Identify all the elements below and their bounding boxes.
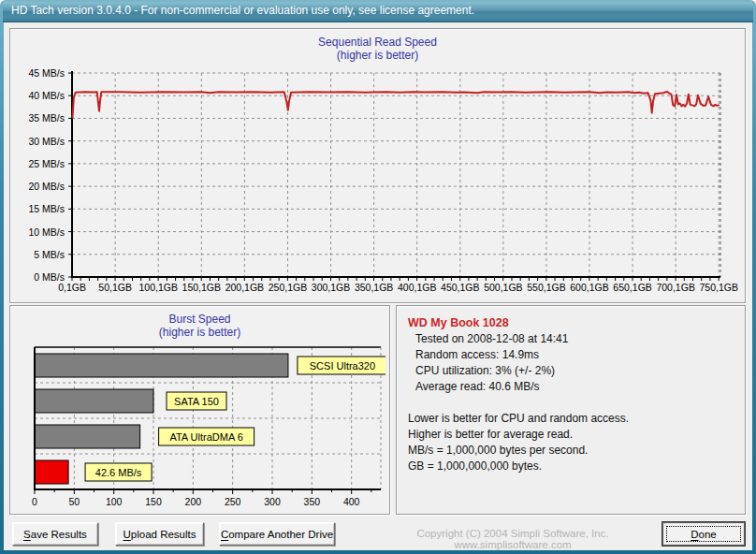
burst-bar-0 — [35, 354, 288, 377]
x-tick-label: 150 — [145, 496, 162, 507]
sequential-read-panel: Sequential Read Speed (higher is better)… — [9, 28, 746, 303]
x-tick-label: 700,1GB — [656, 282, 694, 293]
burst-bar-1 — [35, 389, 153, 413]
x-tick-label: 450,1GB — [441, 282, 479, 293]
bar-value-label: ATA UltraDMA 6 — [169, 431, 242, 443]
x-tick-label: 50 — [68, 496, 80, 507]
x-tick-label: 350 — [304, 496, 321, 507]
bar-value-label: SCSI Ultra320 — [310, 360, 375, 372]
x-tick-label: 250,1GB — [269, 282, 307, 293]
hdtach-window: HD Tach version 3.0.4.0 - For non-commer… — [0, 0, 756, 554]
note-line: GB = 1,000,000,000 bytes. — [408, 459, 734, 474]
burst-speed-chart: 050100150200250300350400SCSI Ultra320SAT… — [12, 343, 385, 511]
burst-speed-title: Burst Speed (higher is better) — [10, 306, 389, 339]
chart-subtitle-text: (higher is better) — [10, 326, 389, 339]
window-title: HD Tach version 3.0.4.0 - For non-commer… — [11, 4, 474, 17]
upload-results-button[interactable]: Upload Results — [115, 522, 204, 546]
x-tick-label: 200 — [185, 496, 202, 507]
x-tick-label: 0,1GB — [58, 282, 86, 293]
x-tick-label: 550,1GB — [527, 282, 565, 293]
sequential-read-chart: 0 MB/s5 MB/s10 MB/s15 MB/s20 MB/s25 MB/s… — [12, 66, 741, 299]
y-tick-label: 45 MB/s — [28, 67, 65, 79]
x-tick-label: 200,1GB — [225, 282, 264, 293]
bar-value-label: 42.6 MB/s — [95, 467, 142, 478]
drive-name: WD My Book 1028 — [408, 314, 734, 331]
burst-bar-2 — [35, 425, 140, 448]
title-bar: HD Tach version 3.0.4.0 - For non-commer… — [3, 0, 753, 22]
x-tick-label: 150,1GB — [182, 282, 221, 293]
x-tick-label: 300 — [264, 496, 281, 507]
tested-on-line: Tested on 2008-12-08 at 14:41 — [408, 331, 734, 347]
sequential-read-title: Sequential Read Speed (higher is better) — [10, 29, 745, 62]
y-tick-label: 40 MB/s — [28, 90, 65, 101]
x-tick-label: 100 — [106, 496, 123, 507]
copyright-text: Copyright (C) 2004 Simpli Software, Inc.… — [367, 528, 659, 550]
chart-subtitle-text: (higher is better) — [10, 49, 745, 62]
y-tick-label: 5 MB/s — [34, 249, 65, 260]
note-line: Lower is better for CPU and random acces… — [408, 411, 734, 427]
chart-title-text: Burst Speed — [10, 313, 389, 326]
note-line: MB/s = 1,000,000 bytes per second. — [408, 443, 734, 459]
x-tick-label: 650,1GB — [613, 282, 651, 293]
random-access-line: Random access: 14.9ms — [408, 347, 734, 363]
x-tick-label: 250 — [225, 496, 241, 507]
x-tick-label: 350,1GB — [355, 282, 393, 293]
note-line: Higher is better for average read. — [408, 427, 734, 443]
y-tick-label: 25 MB/s — [28, 158, 65, 169]
x-tick-label: 400,1GB — [398, 282, 436, 293]
burst-speed-panel: Burst Speed (higher is better) 050100150… — [9, 305, 390, 515]
burst-bar-3 — [35, 460, 68, 484]
x-tick-label: 100,1GB — [139, 282, 178, 293]
bar-value-label: SATA 150 — [174, 396, 219, 407]
x-tick-label: 600,1GB — [570, 282, 608, 293]
x-tick-label: 500,1GB — [484, 282, 522, 293]
cpu-utilization-line: CPU utilization: 3% (+/- 2%) — [408, 363, 734, 379]
y-tick-label: 35 MB/s — [28, 112, 65, 124]
y-tick-label: 15 MB/s — [28, 203, 65, 214]
x-tick-label: 0 — [32, 496, 37, 507]
y-tick-label: 30 MB/s — [28, 136, 65, 147]
drive-info-panel: WD My Book 1028 Tested on 2008-12-08 at … — [396, 305, 746, 515]
x-tick-label: 750,1GB — [700, 282, 738, 293]
y-tick-label: 10 MB/s — [28, 226, 65, 238]
save-results-button[interactable]: Save Results — [12, 522, 98, 546]
done-button[interactable]: Done — [662, 522, 745, 546]
chart-title-text: Sequential Read Speed — [10, 36, 745, 49]
x-tick-label: 300,1GB — [312, 282, 350, 293]
client-area: Sequential Read Speed (higher is better)… — [4, 22, 752, 550]
x-tick-label: 400 — [343, 496, 360, 507]
y-tick-label: 20 MB/s — [28, 181, 65, 192]
compare-another-drive-button[interactable]: Compare Another Drive — [219, 522, 335, 546]
average-read-line: Average read: 40.6 MB/s — [408, 379, 734, 395]
x-tick-label: 50,1GB — [98, 282, 132, 293]
